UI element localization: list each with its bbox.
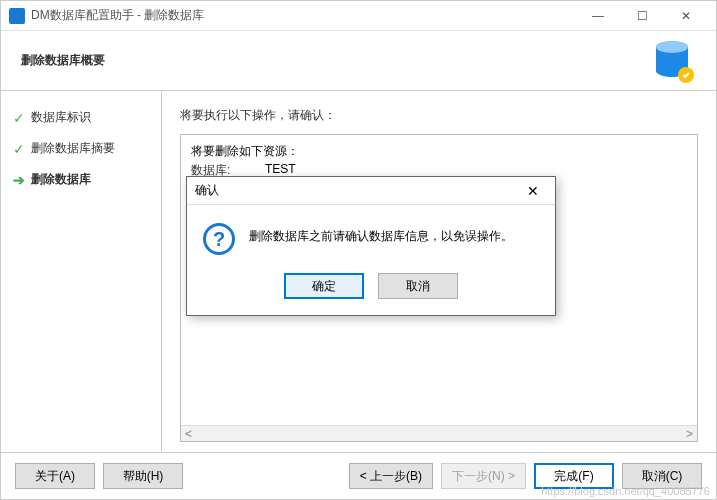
titlebar: DM数据库配置助手 - 删除数据库 ― ☐ ✕ bbox=[1, 1, 716, 31]
step-label: 删除数据库 bbox=[31, 171, 91, 188]
database-icon bbox=[648, 37, 696, 85]
minimize-button[interactable]: ― bbox=[576, 2, 620, 30]
dialog-titlebar: 确认 ✕ bbox=[187, 177, 555, 205]
check-icon: ✓ bbox=[13, 110, 25, 126]
step-label: 数据库标识 bbox=[31, 109, 91, 126]
step-database-id[interactable]: ✓ 数据库标识 bbox=[13, 109, 149, 126]
banner-title: 删除数据库概要 bbox=[21, 52, 105, 69]
cancel-button[interactable]: 取消(C) bbox=[622, 463, 702, 489]
step-delete-database[interactable]: ➔ 删除数据库 bbox=[13, 171, 149, 188]
dialog-message: 删除数据库之前请确认数据库信息，以免误操作。 bbox=[249, 223, 513, 246]
help-button[interactable]: 帮助(H) bbox=[103, 463, 183, 489]
maximize-button[interactable]: ☐ bbox=[620, 2, 664, 30]
svg-point-1 bbox=[656, 41, 688, 53]
confirm-prompt: 将要执行以下操作，请确认： bbox=[180, 107, 698, 124]
dialog-body: ? 删除数据库之前请确认数据库信息，以免误操作。 bbox=[187, 205, 555, 263]
window-title: DM数据库配置助手 - 删除数据库 bbox=[31, 7, 576, 24]
check-icon: ✓ bbox=[13, 141, 25, 157]
step-label: 删除数据库摘要 bbox=[31, 140, 115, 157]
app-window: DM数据库配置助手 - 删除数据库 ― ☐ ✕ 删除数据库概要 ✓ 数据库标识 bbox=[0, 0, 717, 500]
arrow-right-icon: ➔ bbox=[13, 172, 25, 188]
question-icon: ? bbox=[203, 223, 235, 255]
dialog-close-icon[interactable]: ✕ bbox=[519, 183, 547, 199]
dialog-cancel-button[interactable]: 取消 bbox=[378, 273, 458, 299]
app-icon bbox=[9, 8, 25, 24]
close-button[interactable]: ✕ bbox=[664, 2, 708, 30]
dialog-buttons: 确定 取消 bbox=[187, 263, 555, 315]
wizard-footer: 关于(A) 帮助(H) < 上一步(B) 下一步(N) > 完成(F) 取消(C… bbox=[1, 452, 716, 499]
finish-button[interactable]: 完成(F) bbox=[534, 463, 614, 489]
banner: 删除数据库概要 bbox=[1, 31, 716, 91]
window-controls: ― ☐ ✕ bbox=[576, 2, 708, 30]
dialog-ok-button[interactable]: 确定 bbox=[284, 273, 364, 299]
resources-title: 将要删除如下资源： bbox=[191, 143, 687, 160]
wizard-steps-sidebar: ✓ 数据库标识 ✓ 删除数据库摘要 ➔ 删除数据库 bbox=[1, 91, 161, 452]
dialog-title: 确认 bbox=[195, 182, 519, 199]
confirm-dialog: 确认 ✕ ? 删除数据库之前请确认数据库信息，以免误操作。 确定 取消 bbox=[186, 176, 556, 316]
horizontal-scrollbar[interactable]: <> bbox=[181, 425, 697, 441]
prev-button[interactable]: < 上一步(B) bbox=[349, 463, 433, 489]
next-button: 下一步(N) > bbox=[441, 463, 526, 489]
about-button[interactable]: 关于(A) bbox=[15, 463, 95, 489]
step-delete-summary[interactable]: ✓ 删除数据库摘要 bbox=[13, 140, 149, 157]
